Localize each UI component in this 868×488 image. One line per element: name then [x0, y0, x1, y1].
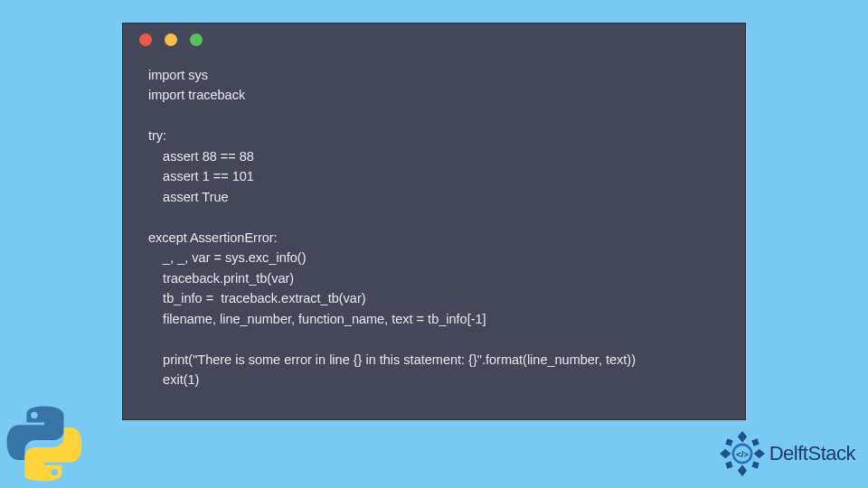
code-line: except AssertionError:: [148, 230, 278, 245]
svg-marker-3: [753, 449, 764, 458]
code-line: assert 1 == 101: [148, 169, 254, 183]
svg-marker-2: [720, 449, 731, 458]
code-line: assert 88 == 88: [148, 149, 254, 164]
code-line: tb_info = traceback.extract_tb(var): [148, 291, 366, 305]
window-header: [123, 23, 745, 56]
maximize-dot: [190, 33, 203, 46]
code-line: import sys: [148, 68, 208, 82]
code-line: _, _, var = sys.exc_info(): [148, 250, 306, 265]
svg-marker-5: [751, 438, 759, 446]
code-line: print("There is some error in line {} in…: [148, 352, 636, 367]
delftstack-brand-text: DelftStack: [769, 442, 855, 465]
code-line: exit(1): [148, 372, 199, 387]
code-line: filename, line_number, function_name, te…: [148, 312, 486, 326]
code-line: import traceback: [148, 88, 245, 102]
python-logo-icon: [5, 405, 83, 483]
code-window: import sys import traceback try: assert …: [122, 23, 746, 420]
delftstack-logo: </> DelftStack: [719, 430, 855, 477]
delftstack-emblem-icon: </>: [719, 430, 766, 477]
code-line: assert True: [148, 190, 229, 204]
svg-marker-4: [725, 438, 732, 446]
svg-marker-6: [725, 461, 732, 468]
code-line: traceback.print_tb(var): [148, 271, 294, 286]
svg-text:</>: </>: [736, 450, 749, 459]
code-line: try:: [148, 128, 166, 143]
svg-marker-0: [738, 431, 747, 442]
svg-marker-7: [751, 461, 759, 468]
minimize-dot: [165, 33, 177, 46]
svg-marker-1: [738, 465, 747, 475]
code-body: import sys import traceback try: assert …: [123, 56, 745, 408]
close-dot: [139, 33, 152, 46]
